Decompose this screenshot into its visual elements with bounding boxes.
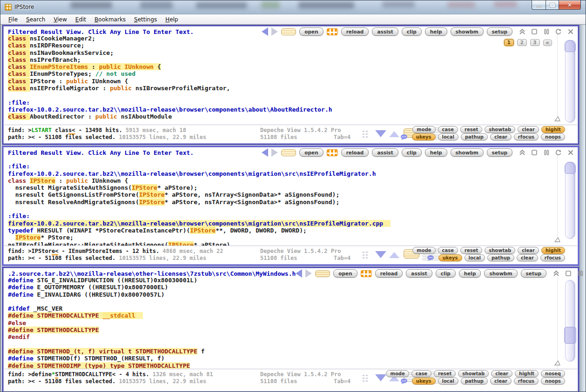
menu-edit[interactable]: Edit [71,15,90,24]
pane-resize-handle[interactable] [554,115,561,122]
rfocus-button[interactable]: rfocus [514,378,539,385]
pane-resize-handle[interactable] [554,236,561,243]
rfocus-button[interactable]: rfocus [540,254,565,261]
code-line[interactable]: class nsIEProfileMigrator : public nsIBr… [8,85,557,92]
collapse-up-icon[interactable] [519,28,526,35]
pathup-button[interactable]: pathup [487,254,514,261]
code-line[interactable] [8,341,557,348]
noseq-button[interactable]: noseq [541,370,565,377]
code-line[interactable]: class AboutRedirector : public nsIAboutM… [8,113,557,120]
notes-icon[interactable] [315,270,330,277]
code-line[interactable] [8,206,557,213]
path-status[interactable]: path: >< - 51108 files selected. 1015357… [8,255,206,261]
maximize-button[interactable] [546,0,559,10]
tile-view-icon[interactable] [327,28,338,35]
code-line[interactable]: #define STG_E_INVALIDFUNCTION ((HRESULT)… [8,277,557,284]
collapse-up-icon[interactable] [519,149,526,156]
clear-button[interactable]: clear [518,126,539,133]
clear-button[interactable]: clear [490,133,512,140]
maximize-pane-icon[interactable] [531,149,538,156]
path-status[interactable]: path: >< - 51108 files selected. 1015357… [8,378,206,385]
showtab-button[interactable]: showtab [485,247,515,254]
showtab-button[interactable]: showtab [458,370,489,377]
code-line[interactable]: firefox-10.0.2.source.tar.bz2\\mozilla-r… [8,220,557,227]
code-line[interactable]: :file: [8,213,557,219]
code-line[interactable]: class nsIPrefBranch; [8,56,557,63]
find-prev-icon[interactable] [375,130,386,137]
menu-search[interactable]: Search [22,15,49,24]
code-line[interactable]: :file: [8,99,557,106]
find-status[interactable]: find: >IPStore< - IEnumPStoreItems - 12 … [8,248,223,254]
local-button[interactable]: local [438,133,458,140]
code-line[interactable]: class nsINavBookmarksService; [8,49,557,56]
local-button[interactable]: local [465,254,485,261]
reset-button[interactable]: reset [460,126,482,133]
code-line[interactable]: typedef HRESULT (WINAPI *PStoreCreateIns… [8,227,557,234]
ukeys-button[interactable]: ukeys [438,254,462,261]
pathup-button[interactable]: pathup [461,378,488,385]
local-button[interactable]: local [438,378,458,385]
code-line[interactable]: class nsIRDFResource; [8,42,557,49]
reset-button[interactable]: reset [434,370,456,377]
close-pane-icon[interactable] [567,149,574,156]
grip-dots-icon[interactable] [362,251,369,260]
scrollbar-thumb[interactable] [565,280,575,362]
code-line[interactable]: :file: [8,163,557,170]
pathup-button[interactable]: pathup [461,133,488,140]
speech-bubble-icon[interactable] [400,378,409,385]
showtab-button[interactable]: showtab [485,126,515,133]
code-line[interactable]: class IPStore : public IUnknown { [8,78,557,85]
code-line[interactable]: firefox-10.0.2.source.tar.bz2\\mozilla-r… [8,170,557,177]
code-line[interactable]: class nsICookieManager2; [8,35,557,42]
code-line[interactable] [8,92,557,99]
code-line[interactable] [8,298,557,305]
code-line[interactable]: firefox-10.0.2.source.tar.bz2\\mozilla-r… [8,106,557,113]
case-button[interactable]: case [438,126,458,133]
code-line[interactable]: #endif [8,333,557,340]
pause-icon[interactable] [543,28,550,35]
code-line[interactable]: #define E_INVALIDARG ((HRESULT)0x8007005… [8,291,557,298]
grip-dots-icon[interactable] [362,130,369,139]
pause-icon[interactable] [577,270,584,277]
path-status[interactable]: path: >< - 51108 files selected. 1015357… [8,134,206,140]
pane-resize-handle[interactable] [554,359,561,366]
code-line[interactable] [8,156,557,163]
find-prev-icon[interactable] [375,374,386,381]
mode-button[interactable]: mode [412,126,435,133]
find-status[interactable]: find: >define*STDMETHODCALLTYPE< - 4 hit… [8,371,213,378]
speech-bubble-icon[interactable] [400,134,409,140]
code-line[interactable]: #define STDMETHOD(f) STDMETHOD_(HRESULT,… [8,355,557,362]
mode-button[interactable]: mode [412,247,435,254]
noops-button[interactable]: noops [541,133,565,140]
clear-button[interactable]: clear [517,254,538,261]
scrollbar-thumb[interactable] [565,162,575,239]
ukeys-button[interactable]: ukeys [412,133,436,140]
find-prev-icon[interactable] [375,251,386,258]
highlt-button[interactable]: highlt [515,370,539,377]
menu-view[interactable]: View [49,15,71,24]
menu-settings[interactable]: Settings [130,15,161,24]
code-line[interactable]: #define STDMETHOD_(t, f) virtual t STDME… [8,348,557,355]
sync-icon[interactable] [555,28,562,35]
speech-bubble-icon[interactable] [427,255,435,261]
scrollbar-thumb[interactable] [565,40,575,123]
code-line[interactable]: #else [8,319,557,326]
menu-help[interactable]: Help [161,15,182,24]
find-next-icon[interactable] [389,131,399,137]
maximize-pane-icon[interactable] [565,270,572,277]
code-line[interactable]: #ifdef _MSC_VER [8,305,557,312]
collapse-up-icon[interactable] [552,270,560,277]
tile-view-icon[interactable] [361,270,372,277]
reset-button[interactable]: reset [460,247,482,254]
highlt-button[interactable]: highlt [541,247,565,254]
find-next-icon[interactable] [389,252,399,258]
code-line[interactable]: class IPStore : public IUnknown { [8,177,557,184]
code-line[interactable]: class IEnumPStoreItems : public IUnknown… [8,63,557,70]
code-line[interactable]: #define STDMETHODIMP_(type) type STDMETH… [8,362,557,369]
tile-view-icon[interactable] [327,149,338,156]
close-button[interactable]: ✕ [559,0,581,10]
rfocus-button[interactable]: rfocus [514,133,539,140]
minimize-button[interactable] [532,0,546,10]
mode-button[interactable]: mode [386,370,409,377]
find-status[interactable]: find: >LSTART class< - 13498 hits. 5913 … [8,127,186,133]
